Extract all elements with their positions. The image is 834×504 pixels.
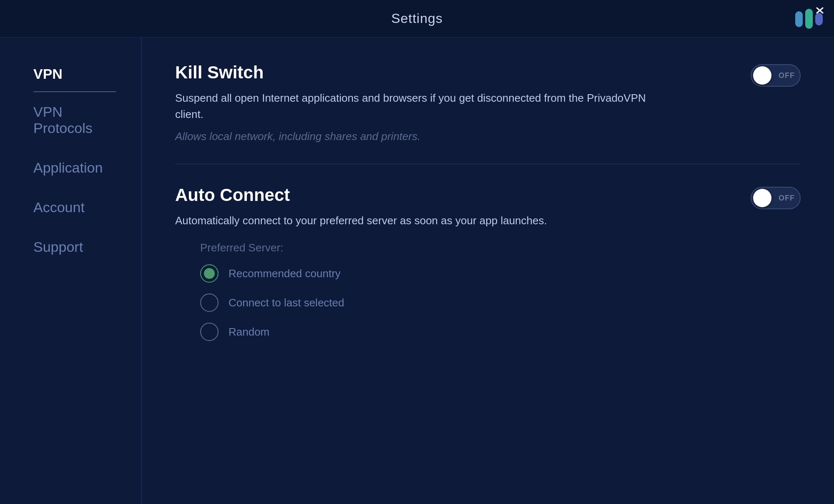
sidebar: VPN VPN Protocols Application Account Su… xyxy=(0,38,142,504)
kill-switch-description: Suspend all open Internet applications a… xyxy=(175,90,676,123)
auto-connect-toggle-thumb xyxy=(753,189,771,207)
app-logo xyxy=(792,6,826,31)
radio-option-last-selected[interactable]: Connect to last selected xyxy=(200,293,801,312)
preferred-server-label: Preferred Server: xyxy=(200,241,801,254)
kill-switch-title: Kill Switch xyxy=(175,63,734,83)
main-layout: VPN VPN Protocols Application Account Su… xyxy=(0,38,834,504)
sidebar-item-account[interactable]: Account xyxy=(33,188,116,227)
kill-switch-toggle-thumb xyxy=(753,66,771,85)
content-area: Kill Switch Suspend all open Internet ap… xyxy=(142,38,834,504)
kill-switch-toggle-track[interactable]: OFF xyxy=(751,64,801,87)
sidebar-item-support[interactable]: Support xyxy=(33,227,116,267)
auto-connect-text-block: Auto Connect Automatically connect to yo… xyxy=(175,185,734,229)
radio-circle-last-selected xyxy=(200,293,219,312)
radio-circle-random xyxy=(200,323,219,341)
sidebar-item-vpn[interactable]: VPN xyxy=(33,54,116,92)
kill-switch-toggle[interactable]: OFF xyxy=(751,64,801,87)
radio-label-last-selected: Connect to last selected xyxy=(229,296,344,309)
radio-option-recommended[interactable]: Recommended country xyxy=(200,264,801,283)
auto-connect-header-row: Auto Connect Automatically connect to yo… xyxy=(175,185,801,229)
radio-label-random: Random xyxy=(229,326,269,339)
kill-switch-section: Kill Switch Suspend all open Internet ap… xyxy=(175,63,801,143)
auto-connect-section: Auto Connect Automatically connect to yo… xyxy=(175,185,801,341)
radio-inner-recommended xyxy=(204,268,215,279)
sidebar-item-vpn-protocols[interactable]: VPN Protocols xyxy=(33,92,116,148)
section-divider xyxy=(175,164,801,164)
kill-switch-sub-text: Allows local network, including shares a… xyxy=(175,130,734,143)
svg-rect-1 xyxy=(805,9,813,29)
radio-option-random[interactable]: Random xyxy=(200,323,801,341)
preferred-server-group: Preferred Server: Recommended country Co… xyxy=(175,241,801,341)
auto-connect-toggle[interactable]: OFF xyxy=(751,187,801,209)
header: Settings xyxy=(0,0,834,38)
svg-rect-2 xyxy=(815,13,823,25)
kill-switch-text-block: Kill Switch Suspend all open Internet ap… xyxy=(175,63,734,143)
auto-connect-title: Auto Connect xyxy=(175,185,734,205)
kill-switch-header-row: Kill Switch Suspend all open Internet ap… xyxy=(175,63,801,143)
radio-circle-recommended xyxy=(200,264,219,283)
svg-rect-0 xyxy=(795,11,803,27)
page-title: Settings xyxy=(391,11,443,26)
sidebar-item-application[interactable]: Application xyxy=(33,148,116,188)
auto-connect-toggle-label: OFF xyxy=(779,194,795,203)
auto-connect-toggle-track[interactable]: OFF xyxy=(751,187,801,209)
radio-label-recommended: Recommended country xyxy=(229,267,341,280)
kill-switch-toggle-label: OFF xyxy=(779,71,795,80)
auto-connect-description: Automatically connect to your preferred … xyxy=(175,213,676,229)
